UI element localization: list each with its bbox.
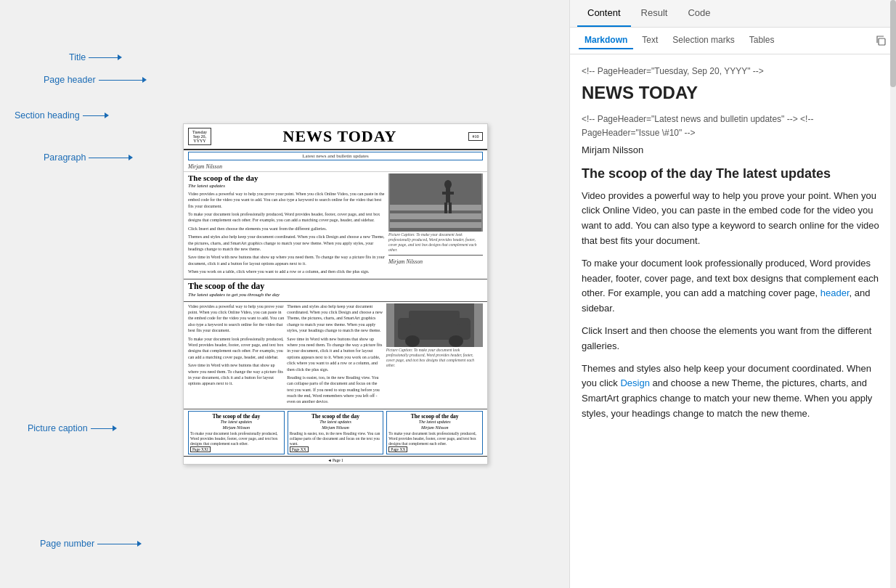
md-para-1: Video provides a powerful way to help yo… <box>582 189 884 249</box>
left-panel: Tuesday Sep 20, YYYY NEWS TODAY #10 Late… <box>0 0 569 588</box>
np-para-1: Video provides a powerful way to help yo… <box>188 191 386 209</box>
svg-point-4 <box>444 180 452 189</box>
md-para-2: To make your document look professionall… <box>582 256 884 317</box>
svg-rect-6 <box>442 192 454 195</box>
np-image-1 <box>388 173 483 232</box>
np-footer: ◄ Page 1 <box>184 456 487 464</box>
tab-result[interactable]: Result <box>631 0 678 27</box>
np-mc-para-3: Save time in Word with new buttons that … <box>188 362 285 387</box>
np-col-item-3: The scoop of the day The latest updates … <box>386 411 483 454</box>
ann-sectionheading: Section heading <box>15 110 109 121</box>
np-para-6: When you work on a table, click where yo… <box>188 269 386 274</box>
np-title: NEWS TODAY <box>214 127 465 146</box>
np-mc-para-4: Themes and styles also help keep your do… <box>287 303 383 334</box>
svg-point-12 <box>405 335 420 347</box>
main-tabs-bar: Content Result Code <box>570 0 896 28</box>
svg-rect-8 <box>449 203 452 213</box>
np-mc-para-2: To make your document look professionall… <box>188 336 285 361</box>
np-second-sub: The latest updates to get you through th… <box>188 292 483 298</box>
np-issue: #10 <box>468 132 483 141</box>
right-panel: Content Result Code Markdown Text Select… <box>569 0 896 588</box>
np-image-caption-1: Picture Caption: To make your document l… <box>388 232 483 253</box>
ann-pageheader: Page header <box>44 75 147 85</box>
md-author: Mirjam Nilsson <box>582 143 884 158</box>
svg-rect-7 <box>444 203 447 213</box>
md-link-header[interactable]: header <box>820 287 850 298</box>
np-section-sub: The latest updates <box>188 183 386 189</box>
np-page-number: ◄ Page 1 <box>327 458 343 462</box>
ann-picturecaption: Picture caption <box>28 423 117 433</box>
np-col-item-2: The scoop of the day The latest updates … <box>288 411 384 454</box>
np-image-2 <box>386 303 483 347</box>
np-para-5: Save time in Word with new buttons that … <box>188 254 386 266</box>
svg-rect-5 <box>446 188 450 203</box>
svg-rect-2 <box>390 222 481 228</box>
np-section-heading: The scoop of the day <box>188 173 386 183</box>
tab-content[interactable]: Content <box>577 0 631 27</box>
md-para-4: Themes and styles also help keep your do… <box>582 362 884 422</box>
subtab-tables[interactable]: Tables <box>744 32 781 49</box>
ann-paragraph: Paragraph <box>44 152 133 163</box>
scrollbar-thumb[interactable] <box>890 0 896 87</box>
ann-pagenumber: Page number <box>40 539 142 549</box>
np-author-2: Mirjam Nilsson <box>388 258 483 266</box>
ann-title: Title <box>69 52 122 62</box>
np-image-caption-2: Picture Caption: To make your document l… <box>386 348 483 369</box>
svg-rect-11 <box>409 311 460 325</box>
np-subheader: Latest news and bulletin updates <box>188 152 483 160</box>
svg-rect-14 <box>879 38 885 45</box>
np-mc-para-5: Save time in Word with new buttons that … <box>287 336 383 372</box>
svg-point-13 <box>449 335 463 347</box>
md-link-design[interactable]: Design <box>620 377 649 388</box>
subtab-text[interactable]: Text <box>636 32 664 49</box>
scrollbar-track <box>890 0 896 588</box>
md-h1: NEWS TODAY <box>582 83 884 104</box>
np-para-3: Click Insert and then choose the element… <box>188 226 386 232</box>
svg-rect-1 <box>390 213 481 219</box>
np-author-1: Mirjam Nilsson <box>184 162 487 171</box>
newspaper-mockup: Tuesday Sep 20, YYYY NEWS TODAY #10 Late… <box>183 123 488 465</box>
np-mc-para-6: Reading is easier, too, in the new Readi… <box>287 375 383 405</box>
tab-code[interactable]: Code <box>677 0 720 27</box>
md-para-3: Click Insert and then choose the element… <box>582 324 884 354</box>
md-comment-2: <!-- PageHeader="Latest news and bulleti… <box>582 113 884 140</box>
copy-icon[interactable] <box>874 34 887 47</box>
svg-rect-3 <box>390 205 481 211</box>
md-comment-1: <!-- PageHeader="Tuesday, Sep 20, YYYY" … <box>582 65 884 78</box>
np-col-item-1: The scoop of the day The latest updates … <box>188 411 285 454</box>
subtab-markdown[interactable]: Markdown <box>579 32 633 49</box>
np-second-heading: The scoop of the day <box>188 281 483 292</box>
np-mc-para-1: Video provides a powerful way to help yo… <box>188 303 285 334</box>
md-h2: The scoop of the day The latest updates <box>582 166 884 182</box>
np-para-2: To make your document look professionall… <box>188 211 386 224</box>
subtab-selection-marks[interactable]: Selection marks <box>667 32 740 49</box>
markdown-content-area[interactable]: <!-- PageHeader="Tuesday, Sep 20, YYYY" … <box>570 54 896 588</box>
np-para-4: Themes and styles also help keep your do… <box>188 234 386 252</box>
np-date: Tuesday Sep 20, YYYY <box>188 128 211 145</box>
subtabs-bar: Markdown Text Selection marks Tables <box>570 28 896 54</box>
